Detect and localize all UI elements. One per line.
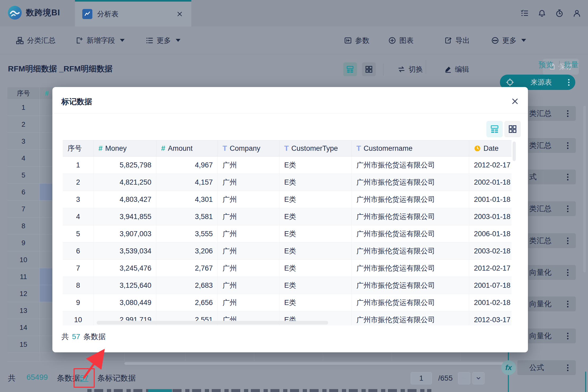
edit-pencil-icon	[444, 66, 452, 73]
modal-horizontal-scrollbar[interactable]	[97, 321, 328, 325]
page-down-button[interactable]	[472, 372, 485, 384]
export-button[interactable]: 导出	[444, 26, 470, 54]
row-index: 8	[7, 217, 40, 234]
batch-link[interactable]: 批量	[564, 60, 578, 70]
background-horizontal-scrollbar[interactable]	[124, 362, 513, 365]
history-timer-icon[interactable]	[555, 9, 564, 17]
marked-count-link[interactable]: 57	[80, 374, 88, 382]
background-table-row[interactable]: 1	[7, 99, 56, 116]
swap-arrows-icon	[397, 65, 405, 73]
table-cell: E类	[279, 225, 352, 242]
analysis-chart-icon	[82, 9, 92, 19]
row-index: 15	[7, 336, 40, 353]
sidebar-scrollbar[interactable]	[583, 106, 586, 272]
background-table-row[interactable]: 4	[7, 150, 56, 167]
tab-analysis-sheet[interactable]: 分析表	[75, 0, 191, 26]
row-index: 1	[7, 99, 40, 116]
more-left-button[interactable]: 更多	[146, 26, 180, 54]
row-index: 2	[7, 116, 40, 133]
chart-button[interactable]: 图表	[388, 26, 414, 54]
table-cell: 广州市振伦货运有限公司	[352, 311, 469, 325]
table-cell: E类	[279, 157, 352, 174]
page-number-input[interactable]	[411, 372, 432, 384]
text-type-icon: T	[284, 144, 289, 153]
column-header-序号[interactable]: 序号	[63, 140, 94, 156]
table-row[interactable]: 73,245,4762,767广州E类广州市振伦货运有限公司2012-02-17	[63, 260, 512, 277]
modal-vertical-scrollbar[interactable]	[513, 142, 516, 161]
params-button[interactable]: 参数	[344, 26, 369, 54]
background-table-row[interactable]: 13	[7, 302, 56, 319]
table-row[interactable]: 63,539,0343,206广州E类广州市振伦货运有限公司2003-02-18	[63, 243, 512, 260]
more-right-button[interactable]: 更多	[491, 26, 526, 54]
table-row[interactable]: 34,803,4274,301广州E类广州市振伦货运有限公司2001-01-18	[63, 191, 512, 208]
sidebar-node-label: 类汇总	[529, 236, 551, 246]
table-row[interactable]: 93,080,4492,656广州E类广州市振伦货运有限公司2001-02-18	[63, 294, 512, 311]
background-table-row[interactable]: 7	[7, 200, 56, 217]
node-kebab-icon[interactable]	[567, 269, 568, 276]
modal-footer-count[interactable]: 57	[72, 332, 80, 341]
node-kebab-icon[interactable]	[567, 364, 568, 371]
background-table-row[interactable]: 2	[7, 116, 56, 133]
background-table-row[interactable]: 9	[7, 234, 56, 251]
plus-circle-icon	[388, 37, 396, 44]
modal-header-divider	[52, 113, 528, 113]
modal-view-toggle-table[interactable]	[486, 121, 503, 137]
background-table-row[interactable]: 6	[7, 184, 56, 200]
task-list-icon[interactable]	[520, 9, 529, 17]
background-table-row[interactable]: 8	[7, 217, 56, 234]
table-row[interactable]: 24,821,2504,157广州E类广州市振伦货运有限公司2002-01-18	[63, 174, 512, 191]
node-kebab-icon[interactable]	[567, 110, 568, 117]
table-row[interactable]: 53,907,0033,555广州E类广州市振伦货运有限公司2006-01-18	[63, 225, 512, 243]
source-table-kebab-icon[interactable]	[568, 79, 569, 86]
group-summary-button[interactable]: 分类汇总	[16, 26, 56, 54]
preview-link[interactable]: 预览	[539, 60, 553, 70]
row-index: 7	[7, 200, 40, 217]
background-table-row[interactable]: 3	[7, 133, 56, 150]
text-type-icon: T	[223, 144, 227, 153]
column-header-Amount[interactable]: #Amount	[156, 140, 218, 156]
preview-batch-divider	[559, 61, 560, 69]
background-table-row[interactable]: 11	[7, 268, 56, 285]
table-cell: 广州市振伦货运有限公司	[352, 243, 469, 259]
modal-close-icon[interactable]	[509, 95, 521, 107]
formula-fx-icon: fx	[501, 360, 516, 375]
background-table-row[interactable]: 14	[7, 319, 56, 336]
tab-close-icon[interactable]	[175, 10, 184, 18]
edit-button[interactable]: 编辑	[444, 62, 469, 76]
modal-footer: 共 57 条数据	[61, 332, 106, 342]
table-cell: 3,125,640	[94, 277, 156, 294]
table-row[interactable]: 15,825,7984,967广州E类广州市振伦货运有限公司2012-02-17	[63, 157, 512, 174]
switch-label: 切换	[409, 65, 423, 74]
table-row[interactable]: 43,941,8553,581广州E类广州市振伦货运有限公司2003-01-18	[63, 208, 512, 225]
user-icon[interactable]	[573, 9, 581, 17]
node-kebab-icon[interactable]	[567, 333, 568, 339]
column-header-Date[interactable]: Date	[469, 140, 512, 156]
background-table-row[interactable]: 10	[7, 251, 56, 268]
add-field-button[interactable]: 新增字段	[75, 26, 125, 54]
status-total-count[interactable]: 65499	[26, 373, 48, 382]
background-table-row[interactable]: 5	[7, 167, 56, 184]
column-header-Money[interactable]: #Money	[94, 140, 156, 156]
table-cell: 4,803,427	[94, 191, 156, 208]
column-header-Company[interactable]: TCompany	[218, 140, 279, 156]
node-kebab-icon[interactable]	[567, 206, 568, 212]
sidebar-node-card[interactable]: 公式	[517, 360, 576, 375]
node-kebab-icon[interactable]	[567, 142, 568, 149]
modal-view-toggle-grid[interactable]	[504, 121, 521, 137]
node-kebab-icon[interactable]	[567, 238, 568, 244]
background-table-row[interactable]: 15	[7, 336, 56, 353]
sidebar-node-label: 类汇总	[529, 140, 551, 151]
switch-button[interactable]: 切换	[397, 62, 423, 76]
column-header-CustomerType[interactable]: TCustomerType	[279, 140, 352, 156]
view-toggle-table[interactable]	[343, 62, 357, 76]
view-toggle-grid[interactable]	[362, 62, 376, 76]
page-up-button[interactable]	[458, 372, 470, 384]
notification-bell-icon[interactable]	[538, 9, 546, 17]
column-header-Customername[interactable]: TCustomername	[352, 140, 469, 156]
node-kebab-icon[interactable]	[567, 174, 568, 180]
table-row[interactable]: 83,125,6402,683广州E类广州市振伦货运有限公司2001-07-18	[63, 277, 512, 294]
modal-table: 序号#Money#AmountTCompanyTCustomerTypeTCus…	[63, 140, 512, 325]
node-kebab-icon[interactable]	[567, 301, 568, 307]
chevron-down-icon	[176, 39, 180, 42]
background-table-row[interactable]: 12	[7, 285, 56, 302]
